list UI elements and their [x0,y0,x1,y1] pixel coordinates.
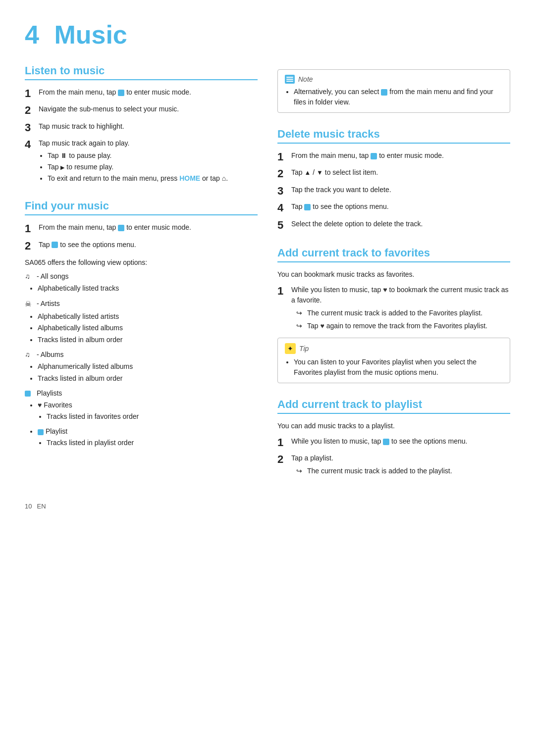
listen-step-2: 2 Navigate the sub-menus to select your … [25,104,258,117]
music-note-icon-1: ♫ [25,271,35,282]
home-key: HOME [179,174,200,182]
favorites-arrow-2: ↪ Tap ♥ again to remove the track from t… [296,321,510,331]
vo-all-songs: ♫ - All songs [25,271,258,282]
sa065-text: SA065 offers the following view options: [25,257,258,268]
playlist-intro: You can add music tracks to a playlist. [277,421,510,431]
delete-step-5: 5 Select the delete option to delete the… [277,219,510,232]
tip-box: ✦ Tip You can listen to your Favorites p… [277,338,510,383]
up-arrow-icon: ▲ [304,169,311,176]
note-box: Note Alternatively, you can select from … [277,69,510,113]
music-icon-2 [118,225,124,231]
favorites-steps: 1 While you listen to music, tap ♥ to bo… [277,285,510,333]
home-icon: ⌂ [222,174,226,182]
favorites-intro: You can bookmark music tracks as favorit… [277,269,510,280]
vo-albums: ♫ - Albums [25,349,258,360]
heart-icon-1: ♥ [38,401,42,409]
arrow-sym-2: ↪ [296,321,305,331]
delete-step-4: 4 Tap to see the options menu. [277,202,510,214]
delete-step-3: 3 Tap the track you want to delete. [277,185,510,198]
listen-step-1: 1 From the main menu, tap to enter music… [25,87,258,100]
find-step-1: 1 From the main menu, tap to enter music… [25,222,258,235]
music-icon-3 [371,153,377,159]
vo-artists-bullet-3: Tracks listed in album order [38,334,258,345]
page-footer: 10 EN [25,503,510,510]
right-column: Note Alternatively, you can select from … [277,64,510,483]
arrow-sym-3: ↪ [296,466,305,476]
section-title-listen: Listen to music [25,64,258,80]
section-title-delete: Delete music tracks [277,128,510,144]
delete-steps: 1 From the main menu, tap to enter music… [277,151,510,232]
music-icon-1 [118,90,124,96]
tip-box-header: ✦ Tip [285,343,503,354]
listen-bullet-exit: To exit and return to the main menu, pre… [48,173,258,184]
person-icon: ☠ [25,298,35,310]
chapter-name: Music [54,20,127,49]
vo-playlists-playlist-bullet: Tracks listed in playlist order [47,437,258,448]
down-arrow-icon: ▼ [317,169,323,176]
view-options: ♫ - All songs Alphabetically listed trac… [25,271,258,448]
section-title-find: Find your music [25,200,258,215]
pause-icon: ⏸ [60,152,67,159]
favorites-arrow-1: ↪ The current music track is added to th… [296,308,510,318]
chapter-title: 4 Music [25,20,510,50]
listen-step-4: 4 Tap music track again to play. Tap ⏸ t… [25,138,258,185]
vo-artists-bullet-2: Alphabetically listed albums [38,322,258,333]
listen-steps: 1 From the main menu, tap to enter music… [25,87,258,185]
chapter-number: 4 [25,20,39,49]
section-title-favorites: Add current track to favorites [277,247,510,262]
page-lang: EN [37,503,46,510]
heart-icon-2: ♥ [383,286,387,294]
folder-icon [381,89,387,96]
play-icon: ▶ [60,164,64,170]
favorites-step-1: 1 While you listen to music, tap ♥ to bo… [277,285,510,333]
vo-playlists-favorites: ♥ Favorites Tracks listed in favorites o… [38,400,258,422]
listen-bullet-play: Tap ▶ to resume play. [48,162,258,172]
find-steps: 1 From the main menu, tap to enter music… [25,222,258,252]
vo-artists: ☠ - Artists [25,298,258,310]
listen-step-3: 3 Tap music track to highlight. [25,121,258,134]
page-number: 10 [25,503,32,510]
tip-icon: ✦ [285,343,296,354]
delete-step-2: 2 Tap ▲ / ▼ to select list item. [277,167,510,180]
playlist-small-icon [38,429,44,435]
note-icon [285,75,295,84]
menu-icon-1 [52,242,58,248]
section-title-playlist: Add current track to playlist [277,398,510,414]
vo-playlists-favorites-bullet: Tracks listed in favorites order [47,411,258,422]
playlist-step-1: 1 While you listen to music, tap to see … [277,436,510,449]
note-box-header: Note [285,75,503,84]
menu-icon-2 [304,204,311,210]
note-label: Note [298,75,313,83]
vo-playlists-playlist: Playlist Tracks listed in playlist order [38,426,258,448]
music-note-icon-2: ♫ [25,349,35,360]
vo-playlists: Playlists [25,388,258,399]
playlist-icon [25,388,35,399]
delete-step-1: 1 From the main menu, tap to enter music… [277,151,510,163]
playlist-arrow-1: ↪ The current music track is added to th… [296,466,510,476]
arrow-sym-1: ↪ [296,308,305,318]
tip-text: You can listen to your Favorites playlis… [294,357,503,378]
playlist-step-2: 2 Tap a playlist. ↪ The current music tr… [277,453,510,478]
find-step-2: 2 Tap to see the options menu. [25,240,258,252]
vo-all-songs-bullet-1: Alphabetically listed tracks [38,283,258,294]
left-column: Listen to music 1 From the main menu, ta… [25,64,258,483]
vo-albums-bullet-1: Alphanumerically listed albums [38,361,258,372]
vo-artists-bullet-1: Alphabetically listed artists [38,311,258,322]
listen-bullet-pause: Tap ⏸ to pause play. [48,151,258,161]
playlist-steps: 1 While you listen to music, tap to see … [277,436,510,478]
playlist-box-icon [25,391,31,397]
note-text: Alternatively, you can select from the m… [294,87,503,107]
vo-albums-bullet-2: Tracks listed in album order [38,373,258,384]
heart-icon-3: ♥ [320,322,324,330]
tip-label: Tip [299,345,309,353]
menu-icon-3 [383,439,389,445]
